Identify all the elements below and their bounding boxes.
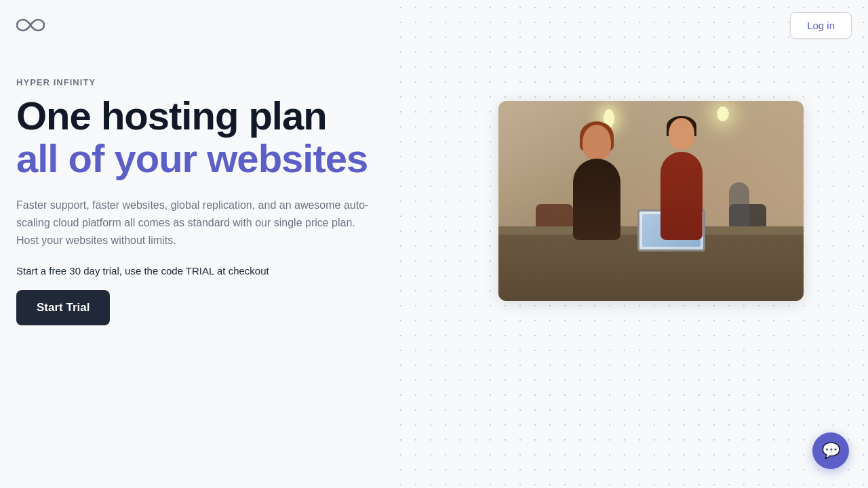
right-content: [450, 101, 852, 301]
person-left-body: [573, 159, 620, 240]
start-trial-button[interactable]: Start Trial: [16, 290, 110, 325]
scene: [498, 101, 804, 301]
header: Log in: [0, 0, 868, 50]
person-right: [654, 121, 709, 240]
logo: [16, 11, 45, 39]
headline-dark: One hosting plan: [16, 96, 410, 137]
trial-text: Start a free 30 day trial, use the code …: [16, 265, 410, 277]
headline-purple: all of your websites: [16, 137, 410, 180]
login-button[interactable]: Log in: [790, 12, 852, 39]
hero-description: Faster support, faster websites, global …: [16, 197, 369, 250]
person-left-head: [583, 125, 611, 160]
logo-icon: [16, 11, 45, 39]
person-left: [566, 131, 627, 240]
chat-icon: 💬: [822, 442, 840, 460]
chat-widget[interactable]: 💬: [812, 432, 849, 469]
main-content: HYPER INFINITY One hosting plan all of y…: [0, 50, 868, 325]
brand-label: HYPER INFINITY: [16, 77, 410, 87]
person-right-head: [669, 118, 694, 149]
ceiling-light-2: [717, 106, 729, 121]
hero-image: [498, 101, 804, 301]
person-right-body: [660, 152, 703, 240]
infinity-icon: [16, 18, 45, 32]
left-content: HYPER INFINITY One hosting plan all of y…: [16, 77, 410, 325]
